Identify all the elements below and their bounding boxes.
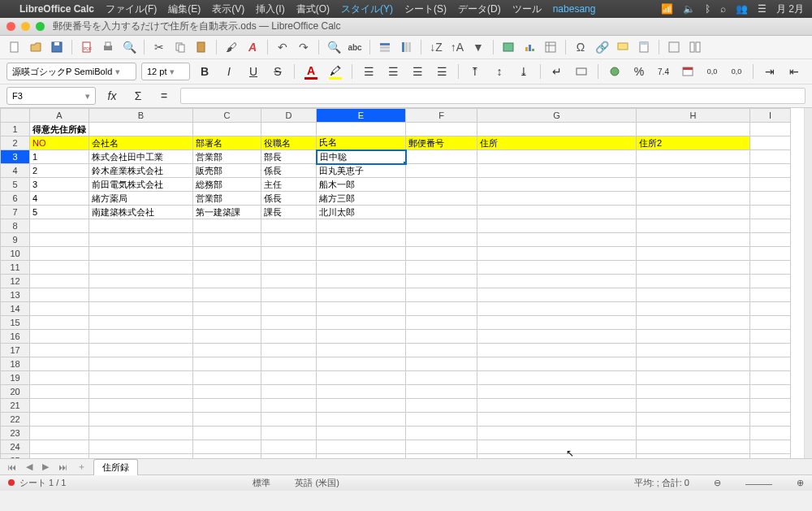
zoom-in-button[interactable]: ⊕ (797, 478, 804, 488)
cell-C18[interactable] (193, 357, 261, 371)
row-header-6[interactable]: 6 (1, 192, 30, 206)
row-header-7[interactable]: 7 (1, 206, 30, 219)
new-icon[interactable] (6, 39, 23, 55)
split-icon[interactable] (687, 39, 703, 55)
chart-icon[interactable] (521, 39, 538, 55)
cell-D4[interactable]: 係長 (261, 164, 317, 178)
highlight-color-button[interactable]: 🖍 (326, 63, 345, 80)
row-header-17[interactable]: 17 (1, 344, 30, 357)
align-center-button[interactable]: ☰ (383, 63, 403, 80)
col-header-F[interactable]: F (406, 109, 477, 123)
cell-A25[interactable] (30, 454, 89, 459)
row-header-24[interactable]: 24 (1, 440, 30, 454)
cell-D6[interactable]: 係長 (261, 192, 317, 206)
cell-B8[interactable] (89, 219, 193, 233)
cell-G10[interactable] (477, 247, 637, 261)
cell-D8[interactable] (261, 219, 317, 233)
italic-button[interactable]: I (219, 63, 239, 80)
cell-I24[interactable] (750, 440, 791, 454)
cell-F14[interactable] (406, 302, 477, 316)
number-button[interactable]: 7.4 (654, 63, 673, 80)
cell-D13[interactable] (261, 288, 317, 302)
cell-D18[interactable] (261, 357, 317, 371)
cell-F7[interactable] (406, 206, 477, 219)
menu-sheet[interactable]: シート(S) (404, 2, 447, 16)
cell-I23[interactable] (750, 427, 791, 440)
cell-F24[interactable] (406, 440, 477, 454)
row-header-18[interactable]: 18 (1, 357, 30, 371)
cell-D24[interactable] (261, 440, 317, 454)
col-header-A[interactable]: A (30, 109, 89, 123)
traffic-lights[interactable] (6, 22, 45, 31)
row-header-22[interactable]: 22 (1, 413, 30, 427)
cell-H16[interactable] (637, 330, 750, 344)
cell-H9[interactable] (637, 233, 750, 247)
cell-E24[interactable] (317, 440, 406, 454)
cell-I22[interactable] (750, 413, 791, 427)
cell-C9[interactable] (193, 233, 261, 247)
cell-H2[interactable]: 住所2 (637, 136, 750, 150)
cell-B22[interactable] (89, 413, 193, 427)
status-style[interactable]: 標準 (253, 477, 270, 489)
cell-A24[interactable] (30, 440, 89, 454)
spellcheck-icon[interactable]: abc (347, 39, 363, 55)
cell-I3[interactable] (750, 150, 791, 164)
underline-button[interactable]: U (244, 63, 263, 80)
increase-indent-button[interactable]: ⇥ (760, 63, 780, 80)
cell-F11[interactable] (406, 261, 477, 275)
cell-H21[interactable] (637, 399, 750, 413)
row-header-14[interactable]: 14 (1, 302, 30, 316)
cell-C23[interactable] (193, 427, 261, 440)
col-header-G[interactable]: G (477, 109, 637, 123)
cell-D3[interactable]: 部長 (261, 150, 317, 164)
zoom-slider[interactable]: ——— (745, 479, 772, 488)
cell-C11[interactable] (193, 261, 261, 275)
font-size-combo[interactable]: 12 pt ▾ (141, 63, 190, 80)
cell-C17[interactable] (193, 344, 261, 357)
row-header-1[interactable]: 1 (1, 123, 30, 136)
redo-icon[interactable]: ↷ (296, 39, 312, 55)
cell-D25[interactable] (261, 454, 317, 459)
row-header-13[interactable]: 13 (1, 288, 30, 302)
col-header-D[interactable]: D (261, 109, 317, 123)
macos-menubar[interactable]: LibreOffice Calc ファイル(F) 編集(E) 表示(V) 挿入(… (0, 0, 812, 18)
cell-G2[interactable]: 住所 (477, 136, 637, 150)
cell-E19[interactable] (317, 371, 406, 385)
cell-B12[interactable] (89, 275, 193, 288)
cell-G14[interactable] (477, 302, 637, 316)
tab-last-button[interactable]: ⏭ (56, 462, 70, 472)
menu-insert[interactable]: 挿入(I) (256, 2, 284, 16)
cell-G23[interactable] (477, 427, 637, 440)
find-icon[interactable]: 🔍 (326, 39, 342, 55)
cell-E25[interactable] (317, 454, 406, 459)
align-right-button[interactable]: ☰ (408, 63, 427, 80)
cell-I13[interactable] (750, 288, 791, 302)
cell-H22[interactable] (637, 413, 750, 427)
tab-prev-button[interactable]: ◀ (24, 461, 35, 472)
sort-asc-icon[interactable]: ↓Z (428, 39, 444, 55)
cell-H13[interactable] (637, 288, 750, 302)
cell-G13[interactable] (477, 288, 637, 302)
cell-H23[interactable] (637, 427, 750, 440)
row-header-8[interactable]: 8 (1, 219, 30, 233)
print-icon[interactable] (100, 39, 116, 55)
menu-view[interactable]: 表示(V) (212, 2, 244, 16)
cell-H4[interactable] (637, 164, 750, 178)
cell-B2[interactable]: 会社名 (89, 136, 193, 150)
cell-I12[interactable] (750, 275, 791, 288)
export-pdf-icon[interactable]: PDF (79, 39, 95, 55)
cell-I8[interactable] (750, 219, 791, 233)
cell-C13[interactable] (193, 288, 261, 302)
cell-B20[interactable] (89, 385, 193, 399)
cell-C19[interactable] (193, 371, 261, 385)
cell-A9[interactable] (30, 233, 89, 247)
cell-E3[interactable]: 田中聡 (317, 150, 406, 164)
cell-H11[interactable] (637, 261, 750, 275)
cell-F16[interactable] (406, 330, 477, 344)
cell-B21[interactable] (89, 399, 193, 413)
cell-B9[interactable] (89, 233, 193, 247)
spreadsheet-grid[interactable]: ABCDEFGHI1得意先住所録2NO会社名部署名役職名氏名郵便番号住所住所23… (0, 108, 791, 458)
open-icon[interactable] (28, 39, 44, 55)
cell-B3[interactable]: 株式会社田中工業 (89, 150, 193, 164)
cell-H17[interactable] (637, 344, 750, 357)
